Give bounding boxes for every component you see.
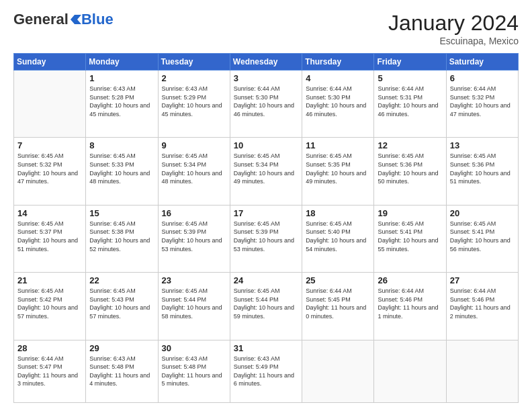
- day-number: 6: [450, 73, 515, 83]
- calendar-cell: 19Sunrise: 6:45 AM Sunset: 5:41 PM Dayli…: [374, 205, 446, 272]
- day-number: 11: [306, 140, 370, 150]
- day-info: Sunrise: 6:43 AM Sunset: 5:48 PM Dayligh…: [162, 355, 226, 388]
- location: Escuinapa, Mexico: [388, 36, 519, 46]
- day-header-sunday: Sunday: [14, 54, 86, 71]
- calendar-table: SundayMondayTuesdayWednesdayThursdayFrid…: [13, 53, 519, 403]
- page: General Blue January 2024 Escuinapa, Mex…: [0, 0, 532, 411]
- day-number: 22: [89, 275, 154, 285]
- day-number: 5: [378, 73, 442, 83]
- day-number: 10: [234, 140, 298, 150]
- calendar-cell: 30Sunrise: 6:43 AM Sunset: 5:48 PM Dayli…: [158, 340, 230, 403]
- calendar-cell: [374, 340, 446, 403]
- calendar-cell: 6Sunrise: 6:44 AM Sunset: 5:32 PM Daylig…: [446, 71, 518, 138]
- calendar-cell: [446, 340, 518, 403]
- calendar-cell: [14, 71, 86, 138]
- svg-marker-0: [71, 15, 81, 24]
- day-number: 17: [234, 208, 298, 218]
- calendar-cell: 13Sunrise: 6:45 AM Sunset: 5:36 PM Dayli…: [446, 138, 518, 205]
- calendar-cell: [302, 340, 374, 403]
- day-info: Sunrise: 6:44 AM Sunset: 5:30 PM Dayligh…: [306, 85, 370, 118]
- day-number: 20: [450, 208, 515, 218]
- calendar-cell: 24Sunrise: 6:45 AM Sunset: 5:44 PM Dayli…: [230, 273, 302, 340]
- day-number: 19: [378, 208, 442, 218]
- calendar-cell: 12Sunrise: 6:45 AM Sunset: 5:36 PM Dayli…: [374, 138, 446, 205]
- day-number: 3: [234, 73, 298, 83]
- calendar-cell: 15Sunrise: 6:45 AM Sunset: 5:38 PM Dayli…: [86, 205, 158, 272]
- day-number: 26: [378, 275, 442, 285]
- calendar-cell: 28Sunrise: 6:44 AM Sunset: 5:47 PM Dayli…: [14, 340, 86, 403]
- day-info: Sunrise: 6:45 AM Sunset: 5:43 PM Dayligh…: [89, 287, 154, 320]
- header: General Blue January 2024 Escuinapa, Mex…: [13, 11, 519, 46]
- day-number: 29: [89, 343, 154, 353]
- day-info: Sunrise: 6:45 AM Sunset: 5:33 PM Dayligh…: [89, 152, 154, 185]
- day-header-tuesday: Tuesday: [158, 54, 230, 71]
- calendar-week-row: 14Sunrise: 6:45 AM Sunset: 5:37 PM Dayli…: [14, 205, 519, 272]
- day-info: Sunrise: 6:43 AM Sunset: 5:48 PM Dayligh…: [89, 355, 154, 388]
- day-info: Sunrise: 6:44 AM Sunset: 5:45 PM Dayligh…: [306, 287, 370, 320]
- calendar-week-row: 1Sunrise: 6:43 AM Sunset: 5:28 PM Daylig…: [14, 71, 519, 138]
- calendar-cell: 22Sunrise: 6:45 AM Sunset: 5:43 PM Dayli…: [86, 273, 158, 340]
- day-header-wednesday: Wednesday: [230, 54, 302, 71]
- day-info: Sunrise: 6:44 AM Sunset: 5:32 PM Dayligh…: [450, 85, 515, 118]
- calendar-cell: 14Sunrise: 6:45 AM Sunset: 5:37 PM Dayli…: [14, 205, 86, 272]
- calendar-cell: 5Sunrise: 6:44 AM Sunset: 5:31 PM Daylig…: [374, 71, 446, 138]
- day-info: Sunrise: 6:45 AM Sunset: 5:40 PM Dayligh…: [306, 220, 370, 253]
- calendar-cell: 18Sunrise: 6:45 AM Sunset: 5:40 PM Dayli…: [302, 205, 374, 272]
- day-number: 7: [17, 140, 82, 150]
- day-number: 18: [306, 208, 370, 218]
- day-info: Sunrise: 6:44 AM Sunset: 5:46 PM Dayligh…: [450, 287, 515, 320]
- calendar-cell: 10Sunrise: 6:45 AM Sunset: 5:34 PM Dayli…: [230, 138, 302, 205]
- day-number: 21: [17, 275, 82, 285]
- day-info: Sunrise: 6:45 AM Sunset: 5:44 PM Dayligh…: [234, 287, 298, 320]
- day-number: 2: [162, 73, 226, 83]
- day-header-saturday: Saturday: [446, 54, 518, 71]
- day-number: 23: [162, 275, 226, 285]
- day-info: Sunrise: 6:44 AM Sunset: 5:31 PM Dayligh…: [378, 85, 442, 118]
- day-info: Sunrise: 6:43 AM Sunset: 5:49 PM Dayligh…: [234, 355, 298, 388]
- calendar-cell: 17Sunrise: 6:45 AM Sunset: 5:39 PM Dayli…: [230, 205, 302, 272]
- day-number: 1: [89, 73, 154, 83]
- calendar-cell: 27Sunrise: 6:44 AM Sunset: 5:46 PM Dayli…: [446, 273, 518, 340]
- calendar-cell: 1Sunrise: 6:43 AM Sunset: 5:28 PM Daylig…: [86, 71, 158, 138]
- day-number: 25: [306, 275, 370, 285]
- logo: General Blue: [13, 11, 114, 28]
- title-block: January 2024 Escuinapa, Mexico: [388, 11, 519, 46]
- day-number: 9: [162, 140, 226, 150]
- day-number: 12: [378, 140, 442, 150]
- calendar-week-row: 7Sunrise: 6:45 AM Sunset: 5:32 PM Daylig…: [14, 138, 519, 205]
- day-number: 24: [234, 275, 298, 285]
- day-info: Sunrise: 6:45 AM Sunset: 5:37 PM Dayligh…: [17, 220, 82, 253]
- calendar-week-row: 21Sunrise: 6:45 AM Sunset: 5:42 PM Dayli…: [14, 273, 519, 340]
- day-info: Sunrise: 6:45 AM Sunset: 5:41 PM Dayligh…: [450, 220, 515, 253]
- day-info: Sunrise: 6:45 AM Sunset: 5:42 PM Dayligh…: [17, 287, 82, 320]
- day-info: Sunrise: 6:44 AM Sunset: 5:47 PM Dayligh…: [17, 355, 82, 388]
- day-info: Sunrise: 6:44 AM Sunset: 5:46 PM Dayligh…: [378, 287, 442, 320]
- calendar-cell: 9Sunrise: 6:45 AM Sunset: 5:34 PM Daylig…: [158, 138, 230, 205]
- calendar-cell: 4Sunrise: 6:44 AM Sunset: 5:30 PM Daylig…: [302, 71, 374, 138]
- day-header-thursday: Thursday: [302, 54, 374, 71]
- day-number: 27: [450, 275, 515, 285]
- calendar-cell: 3Sunrise: 6:44 AM Sunset: 5:30 PM Daylig…: [230, 71, 302, 138]
- calendar-cell: 11Sunrise: 6:45 AM Sunset: 5:35 PM Dayli…: [302, 138, 374, 205]
- day-header-friday: Friday: [374, 54, 446, 71]
- calendar-cell: 31Sunrise: 6:43 AM Sunset: 5:49 PM Dayli…: [230, 340, 302, 403]
- day-info: Sunrise: 6:45 AM Sunset: 5:44 PM Dayligh…: [162, 287, 226, 320]
- month-title: January 2024: [388, 11, 519, 36]
- calendar-cell: 8Sunrise: 6:45 AM Sunset: 5:33 PM Daylig…: [86, 138, 158, 205]
- calendar-cell: 21Sunrise: 6:45 AM Sunset: 5:42 PM Dayli…: [14, 273, 86, 340]
- calendar-cell: 26Sunrise: 6:44 AM Sunset: 5:46 PM Dayli…: [374, 273, 446, 340]
- day-info: Sunrise: 6:43 AM Sunset: 5:29 PM Dayligh…: [162, 85, 226, 118]
- day-info: Sunrise: 6:45 AM Sunset: 5:41 PM Dayligh…: [378, 220, 442, 253]
- day-number: 28: [17, 343, 82, 353]
- calendar-cell: 7Sunrise: 6:45 AM Sunset: 5:32 PM Daylig…: [14, 138, 86, 205]
- calendar-week-row: 28Sunrise: 6:44 AM Sunset: 5:47 PM Dayli…: [14, 340, 519, 403]
- calendar-cell: 23Sunrise: 6:45 AM Sunset: 5:44 PM Dayli…: [158, 273, 230, 340]
- day-number: 14: [17, 208, 82, 218]
- day-number: 13: [450, 140, 515, 150]
- logo-blue-text: Blue: [81, 11, 114, 28]
- logo-general-text: General: [13, 11, 69, 28]
- day-number: 8: [89, 140, 154, 150]
- day-info: Sunrise: 6:44 AM Sunset: 5:30 PM Dayligh…: [234, 85, 298, 118]
- day-header-monday: Monday: [86, 54, 158, 71]
- calendar-cell: 25Sunrise: 6:44 AM Sunset: 5:45 PM Dayli…: [302, 273, 374, 340]
